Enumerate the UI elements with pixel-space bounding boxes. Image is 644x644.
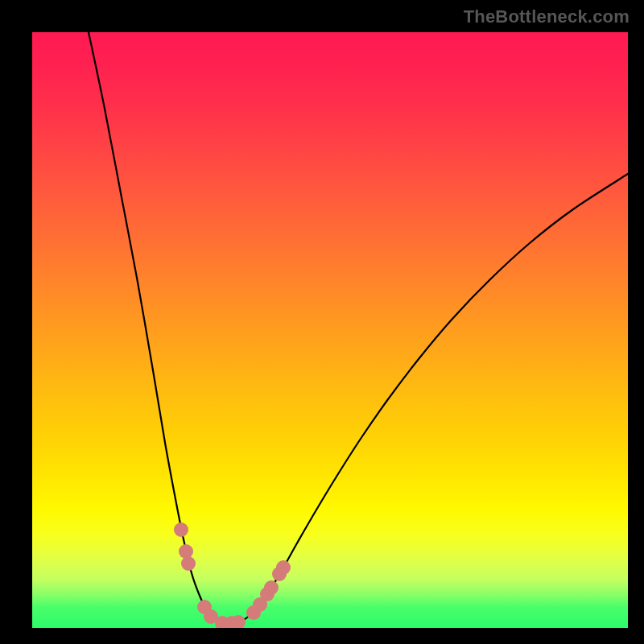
chart-frame: TheBottleneck.com bbox=[0, 0, 644, 644]
plot-area bbox=[32, 32, 628, 628]
curve-marker bbox=[264, 580, 279, 595]
curve-marker bbox=[174, 522, 188, 537]
curve-layer bbox=[32, 32, 628, 628]
curve-marker bbox=[181, 556, 196, 571]
curve-marker bbox=[179, 544, 193, 559]
watermark-text: TheBottleneck.com bbox=[464, 6, 630, 27]
curve-marker bbox=[276, 560, 291, 575]
bottleneck-curve bbox=[89, 32, 628, 623]
